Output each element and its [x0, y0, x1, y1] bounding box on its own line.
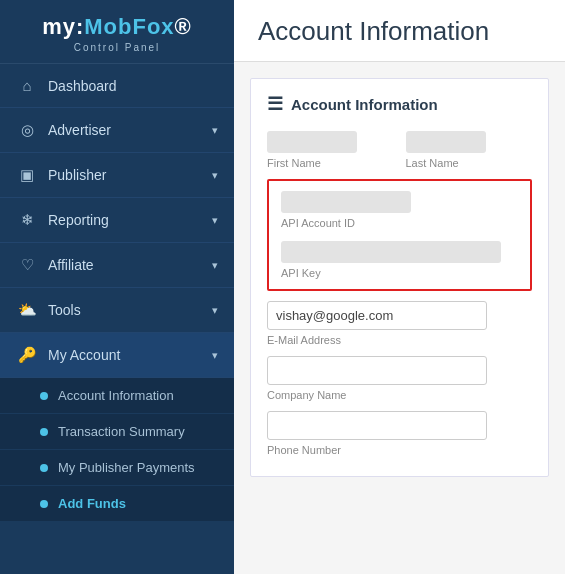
first-name-label: First Name	[267, 157, 394, 169]
sub-nav-label: My Publisher Payments	[58, 460, 195, 475]
sidebar-item-label: Tools	[48, 302, 212, 318]
page-title: Account Information	[258, 16, 541, 47]
sidebar-item-account-information[interactable]: Account Information	[0, 378, 234, 414]
name-row: First Name Last Name	[267, 131, 532, 169]
publisher-icon: ▣	[16, 166, 38, 184]
sub-nav-label: Transaction Summary	[58, 424, 185, 439]
email-field[interactable]	[267, 301, 487, 330]
api-credentials-box: API Account ID API Key	[267, 179, 532, 291]
sidebar-item-myaccount[interactable]: 🔑 My Account ▾	[0, 333, 234, 378]
sidebar-item-label: Publisher	[48, 167, 212, 183]
brand-name: my:MobFox®	[16, 14, 218, 40]
api-account-id-group: API Account ID	[281, 191, 518, 229]
sidebar-item-affiliate[interactable]: ♡ Affiliate ▾	[0, 243, 234, 288]
bullet-icon	[40, 464, 48, 472]
phone-label: Phone Number	[267, 444, 532, 456]
api-account-id-label: API Account ID	[281, 217, 518, 229]
sidebar: my:MobFox® Control Panel ⌂ Dashboard ◎ A…	[0, 0, 234, 574]
sidebar-item-tools[interactable]: ⛅ Tools ▾	[0, 288, 234, 333]
sidebar-item-label: My Account	[48, 347, 212, 363]
chevron-down-icon: ▾	[212, 259, 218, 272]
sidebar-item-add-funds[interactable]: Add Funds	[0, 486, 234, 522]
sub-nav-label: Account Information	[58, 388, 174, 403]
account-subnav: Account Information Transaction Summary …	[0, 378, 234, 522]
company-field[interactable]	[267, 356, 487, 385]
brand-sub: Control Panel	[16, 42, 218, 53]
main-body: ☰ Account Information First Name Last Na…	[234, 62, 565, 493]
main-content: Account Information ☰ Account Informatio…	[234, 0, 565, 574]
sidebar-item-dashboard[interactable]: ⌂ Dashboard	[0, 64, 234, 108]
sub-nav-label: Add Funds	[58, 496, 126, 511]
bullet-icon	[40, 500, 48, 508]
page-header: Account Information	[234, 0, 565, 62]
logo: my:MobFox® Control Panel	[0, 0, 234, 64]
account-icon: 🔑	[16, 346, 38, 364]
chevron-down-icon: ▾	[212, 304, 218, 317]
chevron-down-icon: ▾	[212, 124, 218, 137]
api-key-value	[281, 241, 501, 263]
email-group: E-Mail Address	[267, 301, 532, 346]
sidebar-item-publisher-payments[interactable]: My Publisher Payments	[0, 450, 234, 486]
card-title-text: Account Information	[291, 96, 438, 113]
sidebar-item-advertiser[interactable]: ◎ Advertiser ▾	[0, 108, 234, 153]
account-info-card: ☰ Account Information First Name Last Na…	[250, 78, 549, 477]
phone-group: Phone Number	[267, 411, 532, 456]
bullet-icon	[40, 392, 48, 400]
chevron-down-icon: ▾	[212, 214, 218, 227]
phone-field[interactable]	[267, 411, 487, 440]
first-name-group: First Name	[267, 131, 394, 169]
first-name-value	[267, 131, 357, 153]
last-name-value	[406, 131, 486, 153]
chevron-down-icon: ▾	[212, 349, 218, 362]
sidebar-item-label: Reporting	[48, 212, 212, 228]
chevron-down-icon: ▾	[212, 169, 218, 182]
reporting-icon: ❄	[16, 211, 38, 229]
card-header: ☰ Account Information	[267, 93, 532, 115]
affiliate-icon: ♡	[16, 256, 38, 274]
company-label: Company Name	[267, 389, 532, 401]
tools-icon: ⛅	[16, 301, 38, 319]
list-icon: ☰	[267, 93, 283, 115]
api-account-id-value	[281, 191, 411, 213]
home-icon: ⌂	[16, 77, 38, 94]
last-name-label: Last Name	[406, 157, 533, 169]
company-group: Company Name	[267, 356, 532, 401]
sidebar-item-label: Advertiser	[48, 122, 212, 138]
bullet-icon	[40, 428, 48, 436]
api-key-label: API Key	[281, 267, 518, 279]
sidebar-item-transaction-summary[interactable]: Transaction Summary	[0, 414, 234, 450]
sidebar-item-label: Dashboard	[48, 78, 218, 94]
advertiser-icon: ◎	[16, 121, 38, 139]
last-name-group: Last Name	[406, 131, 533, 169]
sidebar-item-label: Affiliate	[48, 257, 212, 273]
email-label: E-Mail Address	[267, 334, 532, 346]
sidebar-item-publisher[interactable]: ▣ Publisher ▾	[0, 153, 234, 198]
sidebar-item-reporting[interactable]: ❄ Reporting ▾	[0, 198, 234, 243]
api-key-group: API Key	[281, 241, 518, 279]
